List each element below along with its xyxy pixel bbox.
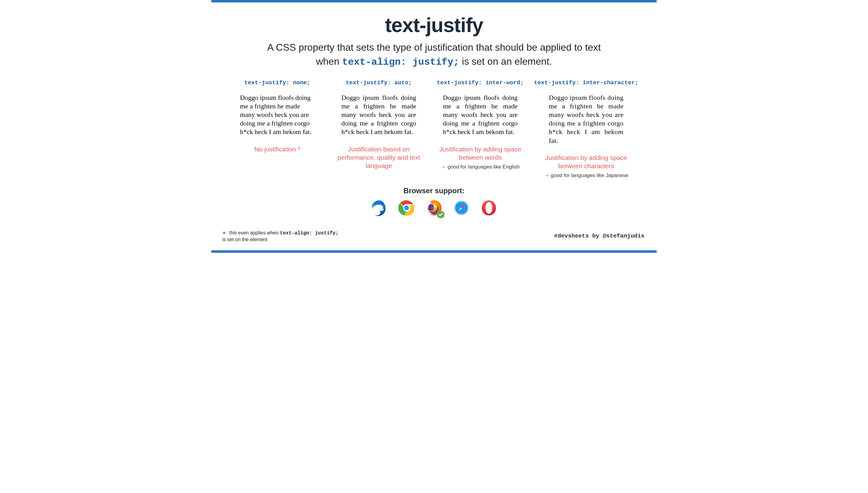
subtitle-code: text-align: justify; [342,57,459,68]
chrome-icon [398,199,415,216]
examples-row: text-justify: none; Doggo ipsum floofs d… [230,79,638,179]
caption-inter-word: Justification by adding space between wo… [432,145,528,162]
hint-inter-word: → good for languages like English [432,164,528,170]
subtitle-post: is set on an element. [459,56,552,67]
edge-icon [370,199,388,216]
supported-check-icon [436,210,445,219]
example-auto: text-justify: auto; Doggo ipsum floofs d… [331,79,427,179]
caption-none: No justification * [230,145,325,153]
safari-icon [453,199,470,216]
sample-text-auto: Doggo ipsum floofs doing me a frighten h… [341,93,416,136]
svg-point-23 [485,202,492,214]
hint-inter-character: → good for languages like Japanese [534,172,638,178]
example-code-auto: text-justify: auto; [331,79,427,86]
browser-support-heading: Browser support: [211,187,657,195]
caption-auto: Justification based on performance, qual… [331,145,427,170]
footnote-post: is set on the element [222,237,268,242]
example-none: text-justify: none; Doggo ipsum floofs d… [230,79,325,179]
footnote-code: text-align: justify; [280,231,339,236]
example-code-inter-word: text-justify: inter-word; [432,79,528,86]
devsheet-page: text-justify A CSS property that sets th… [211,0,657,253]
footnote: ✳ this even applies when text-align: jus… [222,230,339,243]
caption-inter-character: Justification by adding space between ch… [534,153,638,170]
firefox-icon-wrap [426,199,442,216]
footnote-pre: this even applies when [229,230,280,235]
subtitle-when: when [316,56,342,67]
example-code-none: text-justify: none; [230,79,325,86]
page-subtitle: A CSS property that sets the type of jus… [211,40,657,70]
sample-text-none: Doggo ipsum floofs doing me a frighten h… [240,93,315,136]
sample-text-inter-word: Doggo ipsum floofs doing me a frighten h… [443,93,518,136]
sample-text-inter-character: Doggo ipsum floofs doing me a frighten h… [549,93,623,145]
svg-point-2 [404,206,409,210]
example-inter-character: text-justify: inter-character; Doggo ips… [534,79,638,179]
credit-line: #devsheets by @stefanjudis [554,233,644,239]
browser-icons-row [211,199,657,216]
example-inter-word: text-justify: inter-word; Doggo ipsum fl… [432,79,528,179]
subtitle-line1: A CSS property that sets the type of jus… [267,42,601,53]
footnote-star-icon: ✳ [222,231,226,235]
example-code-inter-character: text-justify: inter-character; [534,79,638,86]
opera-icon [480,199,498,216]
page-title: text-justify [211,14,657,37]
